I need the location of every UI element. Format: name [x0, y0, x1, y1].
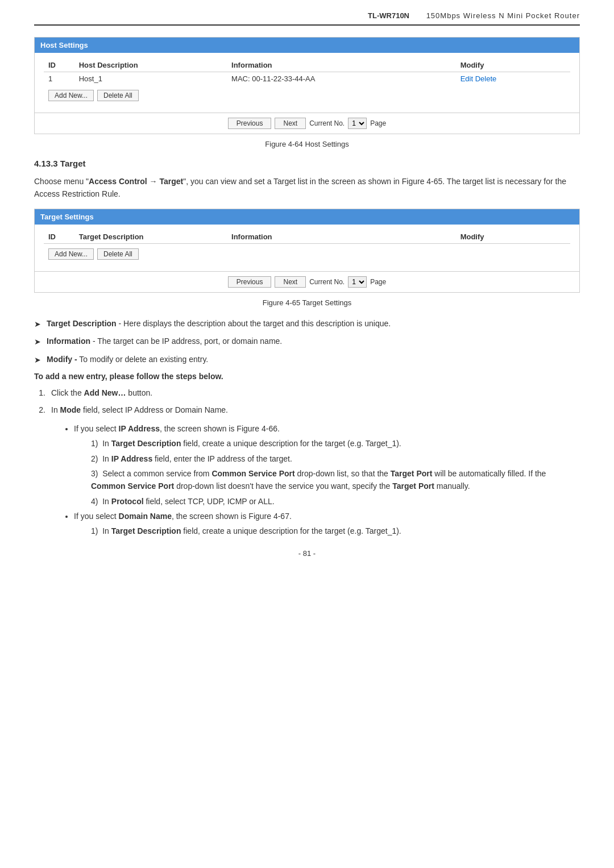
- host-settings-footer: Previous Next Current No. 1 Page: [35, 113, 579, 134]
- host-settings-box: Host Settings ID Host Description Inform…: [34, 37, 580, 134]
- header-title: 150Mbps Wireless N Mini Pocket Router: [426, 11, 580, 20]
- target-page-select[interactable]: 1: [348, 276, 367, 288]
- step-1-text: Click the Add New… button.: [51, 387, 152, 399]
- bullet-2-text: Information - The target can be IP addre…: [47, 335, 282, 347]
- host-next-button[interactable]: Next: [275, 118, 306, 129]
- row-info: MAC: 00-11-22-33-44-AA: [227, 72, 456, 86]
- target-current-no-label: Current No.: [309, 278, 345, 286]
- target-previous-button[interactable]: Previous: [228, 276, 272, 288]
- section-413-heading: 4.13.3 Target: [34, 159, 580, 168]
- target-settings-footer: Previous Next Current No. 1 Page: [35, 271, 579, 292]
- bullet-modify: ➤ Modify - To modify or delete an existi…: [34, 353, 580, 366]
- bullet-3-text: Modify - To modify or delete an existing…: [47, 353, 208, 366]
- step-2-text: In Mode field, select IP Address or Doma…: [51, 404, 228, 416]
- section-413-intro: Choose menu "Access Control → Target", y…: [34, 175, 580, 201]
- ip-address-section: If you select IP Address, the screen sho…: [63, 422, 580, 538]
- page-number: - 81 -: [34, 549, 580, 558]
- target-col-header-info: Information: [227, 230, 456, 244]
- header-bar: TL-WR710N 150Mbps Wireless N Mini Pocket…: [34, 11, 580, 26]
- target-page-label: Page: [370, 278, 386, 286]
- step-1-num: 1.: [34, 387, 45, 399]
- ip-address-bullets: If you select IP Address, the screen sho…: [63, 422, 580, 538]
- target-settings-header: Target Settings: [35, 209, 579, 225]
- host-page-label: Page: [370, 119, 386, 127]
- ip-step-4: 4) In Protocol field, select TCP, UDP, I…: [91, 495, 580, 508]
- host-add-new-button[interactable]: Add New...: [48, 90, 94, 101]
- col-header-id: ID: [44, 59, 74, 72]
- target-col-header-desc: Target Description: [74, 230, 227, 244]
- arrow-icon-2: ➤: [34, 335, 41, 348]
- ip-address-bullet: If you select IP Address, the screen sho…: [74, 422, 580, 508]
- domain-sub-steps: 1) In Target Description field, create a…: [74, 525, 580, 537]
- figure-64-caption: Figure 4-64 Host Settings: [34, 140, 580, 148]
- target-settings-body: ID Target Description Information Modify…: [35, 225, 579, 271]
- row-id: 1: [44, 72, 74, 86]
- header-separator: [420, 11, 422, 20]
- instruction-heading: To add a new entry, please follow the st…: [34, 372, 580, 381]
- host-current-no-label: Current No.: [309, 119, 345, 127]
- table-row: 1 Host_1 MAC: 00-11-22-33-44-AA Edit Del…: [44, 72, 570, 86]
- bullet-target-description: ➤ Target Description - Here displays the…: [34, 317, 580, 330]
- domain-name-bullet: If you select Domain Name, the screen sh…: [74, 510, 580, 538]
- target-add-new-button[interactable]: Add New...: [48, 248, 94, 260]
- bullet-1-text: Target Description - Here displays the d…: [47, 317, 391, 330]
- host-settings-header: Host Settings: [35, 38, 579, 53]
- host-page-select[interactable]: 1: [348, 118, 367, 129]
- ip-sub-steps: 1) In Target Description field, create a…: [74, 437, 580, 508]
- step-1: 1. Click the Add New… button.: [34, 387, 580, 399]
- host-delete-all-button[interactable]: Delete All: [97, 90, 139, 101]
- target-next-button[interactable]: Next: [275, 276, 306, 288]
- col-header-information: Information: [227, 59, 456, 72]
- target-col-header-id: ID: [44, 230, 74, 244]
- target-btn-row: Add New... Delete All: [48, 248, 570, 260]
- arrow-icon-1: ➤: [34, 318, 41, 330]
- host-settings-body: ID Host Description Information Modify 1…: [35, 53, 579, 113]
- steps-list: 1. Click the Add New… button. 2. In Mode…: [34, 387, 580, 417]
- domain-step-1: 1) In Target Description field, create a…: [91, 525, 580, 537]
- target-settings-box: Target Settings ID Target Description In…: [34, 209, 580, 293]
- row-modify: Edit Delete: [456, 72, 570, 86]
- ip-step-1: 1) In Target Description field, create a…: [91, 437, 580, 450]
- delete-link[interactable]: Delete: [475, 74, 497, 83]
- target-col-header-modify: Modify: [456, 230, 570, 244]
- host-previous-button[interactable]: Previous: [228, 118, 272, 129]
- host-btn-row: Add New... Delete All: [48, 90, 570, 101]
- target-settings-table: ID Target Description Information Modify: [44, 230, 570, 244]
- model-name: TL-WR710N: [368, 11, 409, 20]
- description-bullets: ➤ Target Description - Here displays the…: [34, 317, 580, 366]
- col-header-modify: Modify: [456, 59, 570, 72]
- access-control-bold: Access Control → Target: [89, 177, 183, 186]
- ip-step-3: 3) Select a common service from Common S…: [91, 467, 580, 493]
- arrow-icon-3: ➤: [34, 354, 41, 366]
- edit-link[interactable]: Edit: [460, 74, 473, 83]
- ip-step-2: 2) In IP Address field, enter the IP add…: [91, 452, 580, 465]
- row-host-desc: Host_1: [74, 72, 227, 86]
- step-2-num: 2.: [34, 404, 45, 416]
- col-header-host-description: Host Description: [74, 59, 227, 72]
- host-settings-table: ID Host Description Information Modify 1…: [44, 59, 570, 85]
- bullet-information: ➤ Information - The target can be IP add…: [34, 335, 580, 348]
- target-delete-all-button[interactable]: Delete All: [97, 248, 139, 260]
- figure-65-caption: Figure 4-65 Target Settings: [34, 298, 580, 307]
- step-2: 2. In Mode field, select IP Address or D…: [34, 404, 580, 416]
